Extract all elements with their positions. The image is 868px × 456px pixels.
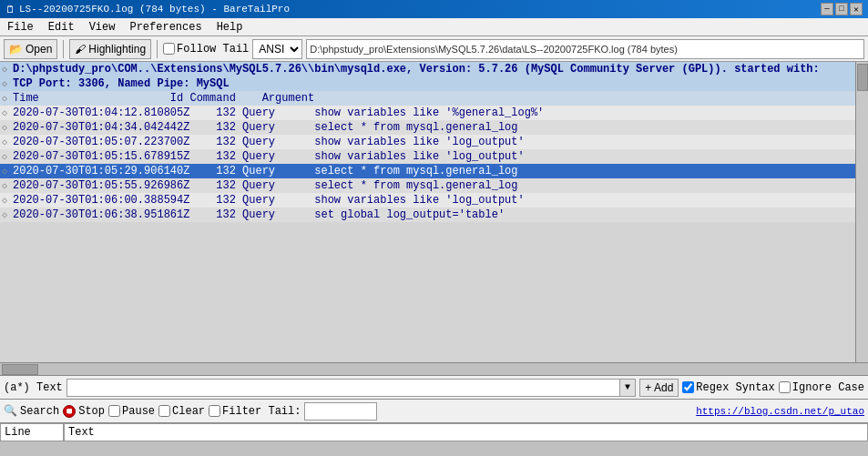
row-icon-0: ◇ xyxy=(2,107,13,118)
menu-view[interactable]: View xyxy=(86,20,119,35)
scrollbar-thumb[interactable] xyxy=(857,64,868,91)
menu-preferences[interactable]: Preferences xyxy=(126,20,205,35)
regex-syntax-label[interactable]: Regex Syntax xyxy=(682,381,774,394)
toolbar-separator-2 xyxy=(157,40,158,58)
row-text-7: 2020-07-30T01:06:38.951861Z 132 Query se… xyxy=(13,208,505,221)
toolbar-separator-1 xyxy=(63,40,64,58)
row-icon-2: ◇ xyxy=(2,137,13,147)
row-icon-7: ◇ xyxy=(2,209,13,220)
path-input[interactable] xyxy=(306,39,864,59)
search-bar: (a*) Text ▼ + Add Regex Syntax Ignore Ca… xyxy=(0,375,868,399)
filter-tail-checkbox[interactable] xyxy=(209,405,220,417)
search-input-area[interactable]: ▼ xyxy=(66,379,637,397)
maximize-button[interactable]: □ xyxy=(835,3,848,15)
stop-icon xyxy=(63,405,76,418)
ignore-case-checkbox[interactable] xyxy=(779,381,791,393)
search-icon: 🔍 xyxy=(4,404,17,418)
filter-tail-label[interactable]: Filter Tail: xyxy=(209,405,301,418)
pause-label[interactable]: Pause xyxy=(108,405,155,418)
log-header-1: ◇ D:\phpstudy_pro\COM..\Extensions\MySQL… xyxy=(0,62,855,76)
log-header-text-2: TCP Port: 3306, Named Pipe: MySQL xyxy=(13,77,230,90)
toolbar: 📂 Open 🖌 Highlighting Follow Tail ANSI xyxy=(0,36,868,62)
search-action-label: 🔍 Search xyxy=(4,404,59,418)
window-title: LS--20200725FKO.log (784 bytes) - BareTa… xyxy=(19,4,290,15)
log-header-text-1: D:\phpstudy_pro\COM..\Extensions\MySQL5.… xyxy=(13,63,820,76)
status-bar: 🔍 Search Stop Pause Clear Filter Tail: h… xyxy=(0,399,868,422)
add-button[interactable]: + Add xyxy=(639,379,679,397)
log-row-5[interactable]: ◇2020-07-30T01:05:55.926986Z 132 Query s… xyxy=(0,178,855,193)
column-header-text: Time Id Command Argument xyxy=(13,92,314,105)
search-dropdown-button[interactable]: ▼ xyxy=(619,380,636,396)
row-icon-6: ◇ xyxy=(2,195,13,206)
title-bar-controls: — □ ✕ xyxy=(821,3,863,15)
hscrollbar-thumb[interactable] xyxy=(2,364,38,375)
empty-log-space xyxy=(0,222,855,362)
log-row-3[interactable]: ◇2020-07-30T01:05:15.678915Z 132 Query s… xyxy=(0,149,855,164)
status-url[interactable]: https://blog.csdn.net/p_utao xyxy=(381,406,864,417)
search-text-label: (a*) Text xyxy=(4,381,63,394)
folder-icon: 📂 xyxy=(9,43,23,56)
row-icon-5: ◇ xyxy=(2,180,13,191)
minimize-button[interactable]: — xyxy=(821,3,833,15)
log-content[interactable]: ◇ D:\phpstudy_pro\COM..\Extensions\MySQL… xyxy=(0,62,868,362)
pause-checkbox[interactable] xyxy=(108,405,120,417)
row-text-1: 2020-07-30T01:04:34.042442Z 132 Query se… xyxy=(13,121,518,134)
close-button[interactable]: ✕ xyxy=(850,3,863,15)
highlight-icon: 🖌 xyxy=(75,43,86,56)
menu-file[interactable]: File xyxy=(4,20,37,35)
row-text-6: 2020-07-30T01:06:00.388594Z 132 Query sh… xyxy=(13,194,525,207)
line-icon: ◇ xyxy=(2,78,13,89)
row-icon-1: ◇ xyxy=(2,122,13,133)
line-icon: ◇ xyxy=(2,64,13,75)
log-row-7[interactable]: ◇2020-07-30T01:06:38.951861Z 132 Query s… xyxy=(0,208,855,222)
column-header: ◇ Time Id Command Argument xyxy=(0,91,855,106)
app-icon: 🗒 xyxy=(5,4,15,15)
log-row-0[interactable]: ◇2020-07-30T01:04:12.810805Z 132 Query s… xyxy=(0,106,855,120)
filter-tail-input[interactable] xyxy=(304,402,377,421)
open-button[interactable]: 📂 Open xyxy=(4,39,57,59)
bottom-bar: Line Text xyxy=(0,422,868,441)
regex-syntax-checkbox[interactable] xyxy=(682,381,694,393)
main-area: ◇ D:\phpstudy_pro\COM..\Extensions\MySQL… xyxy=(0,62,868,362)
row-icon-3: ◇ xyxy=(2,151,13,162)
log-header-2: ◇ TCP Port: 3306, Named Pipe: MySQL xyxy=(0,76,855,91)
log-row-6[interactable]: ◇2020-07-30T01:06:00.388594Z 132 Query s… xyxy=(0,193,855,208)
log-row-2[interactable]: ◇2020-07-30T01:05:07.223700Z 132 Query s… xyxy=(0,135,855,149)
text-col: Text xyxy=(64,423,868,441)
stop-button[interactable]: Stop xyxy=(78,405,105,418)
search-text-input[interactable] xyxy=(67,380,619,396)
clear-label[interactable]: Clear xyxy=(158,405,205,418)
menu-edit[interactable]: Edit xyxy=(45,20,78,35)
menu-help[interactable]: Help xyxy=(213,20,247,35)
line-col: Line xyxy=(0,423,64,441)
horizontal-scroll-area[interactable] xyxy=(0,362,868,375)
row-text-4: 2020-07-30T01:05:29.906140Z 132 Query se… xyxy=(13,165,518,177)
title-bar-left: 🗒 LS--20200725FKO.log (784 bytes) - Bare… xyxy=(5,4,290,15)
encoding-select[interactable]: ANSI xyxy=(252,39,302,59)
ignore-case-label[interactable]: Ignore Case xyxy=(779,381,864,394)
row-text-0: 2020-07-30T01:04:12.810805Z 132 Query sh… xyxy=(13,106,544,119)
log-rows-container: ◇2020-07-30T01:04:12.810805Z 132 Query s… xyxy=(0,106,855,222)
row-text-5: 2020-07-30T01:05:55.926986Z 132 Query se… xyxy=(13,179,518,192)
stop-btn-area: Stop xyxy=(63,405,105,418)
row-icon-4: ◇ xyxy=(2,166,13,177)
title-bar: 🗒 LS--20200725FKO.log (784 bytes) - Bare… xyxy=(0,0,868,18)
line-icon: ◇ xyxy=(2,93,13,104)
log-row-4[interactable]: ◇2020-07-30T01:05:29.906140Z 132 Query s… xyxy=(0,164,855,178)
follow-tail-checkbox[interactable] xyxy=(163,43,175,55)
menu-bar: File Edit View Preferences Help xyxy=(0,18,868,36)
clear-checkbox[interactable] xyxy=(158,405,170,417)
row-text-3: 2020-07-30T01:05:15.678915Z 132 Query sh… xyxy=(13,150,525,163)
vertical-scrollbar[interactable] xyxy=(855,62,868,362)
log-row-1[interactable]: ◇2020-07-30T01:04:34.042442Z 132 Query s… xyxy=(0,120,855,135)
row-text-2: 2020-07-30T01:05:07.223700Z 132 Query sh… xyxy=(13,136,525,148)
highlighting-button[interactable]: 🖌 Highlighting xyxy=(69,39,151,59)
follow-tail-label[interactable]: Follow Tail xyxy=(163,43,249,56)
